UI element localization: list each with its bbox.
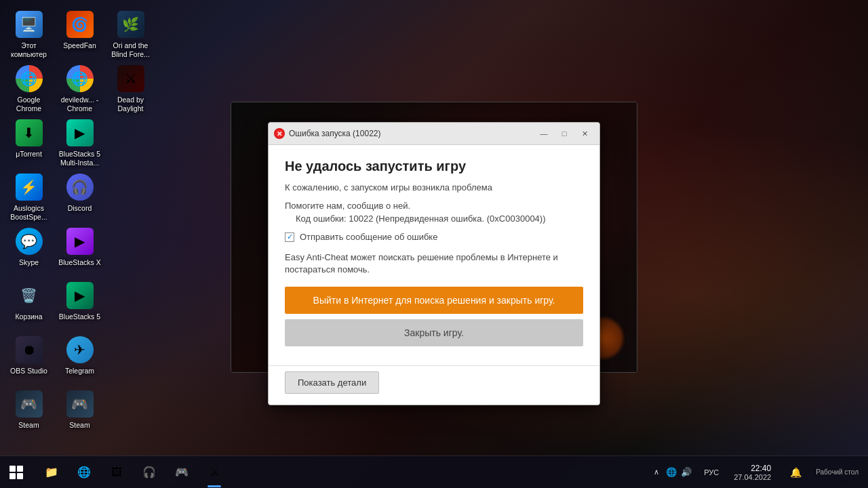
chrome-icon: 🌐 xyxy=(16,65,43,92)
skype-icon: 💬 xyxy=(16,228,43,255)
utorrent-label: μTorrent xyxy=(16,150,42,159)
desktop-icon-bluestacks5[interactable]: ▶BlueStacks 5 Multi-Insta... xyxy=(54,115,105,169)
steam-icon: 🎮 xyxy=(16,390,43,418)
steam2-label: Steam xyxy=(69,421,90,430)
taskbar: 📁🌐🖼🎧🎮⚔ ∧ 🌐 🔊 РУС 22:40 27.04.2022 🔔 Рабо… xyxy=(0,455,868,488)
windows-logo xyxy=(9,466,23,479)
dbd-label: Dead by Daylight xyxy=(108,96,153,113)
win-square-4 xyxy=(17,473,23,479)
dialog-main-title: Не удалось запустить игру xyxy=(285,159,583,174)
dialog-titlebar: ✕ Ошибка запуска (10022) — □ ✕ xyxy=(269,123,599,145)
taskbar-app-discord[interactable]: 🎧 xyxy=(133,456,165,489)
desktop-icon-discord[interactable]: 🎧Discord xyxy=(54,169,105,224)
dialog-footer: Показать детали xyxy=(269,365,599,405)
desktop-icon-utorrent[interactable]: ⬇μTorrent xyxy=(3,115,54,169)
computer-icon: 🖥️ xyxy=(16,11,43,38)
checkbox-label: Отправить сообщение об ошибке xyxy=(300,232,437,242)
taskbar-app-file-explorer[interactable]: 📁 xyxy=(35,456,68,489)
speedfan-label: SpeedFan xyxy=(63,41,96,50)
dbd-icon: ⚔ xyxy=(117,65,144,92)
discord-icon: 🎧 xyxy=(66,174,94,201)
computer-label: Этот компьютер xyxy=(6,41,52,59)
close-game-button[interactable]: Закрыть игру. xyxy=(285,319,583,346)
taskbar-chrome-icon: 🌐 xyxy=(75,463,94,482)
dialog-error-code: Код ошибки: 10022 (Непредвиденная ошибка… xyxy=(296,214,583,224)
show-desktop-button[interactable]: Рабочий стол xyxy=(812,466,863,479)
bluestacks5-icon: ▶ xyxy=(66,119,94,146)
steam-label: Steam xyxy=(18,421,39,430)
desktop-icon-ori[interactable]: 🌿Ori and the Blind Fore... xyxy=(105,7,156,61)
auslogics-label: Auslogics BoostSpe... xyxy=(6,204,52,222)
telegram-label: Telegram xyxy=(65,367,94,375)
steam2-icon: 🎮 xyxy=(66,390,94,418)
taskbar-file-explorer-icon: 📁 xyxy=(42,463,61,482)
desktop-icon-obs[interactable]: ⏺OBS Studio xyxy=(3,332,54,386)
start-button[interactable] xyxy=(0,456,33,489)
desktop-icon-recycle[interactable]: 🗑️Корзина xyxy=(3,278,54,332)
dialog-subtitle: К сожалению, с запуском игры возникла пр… xyxy=(285,182,583,192)
dialog-minimize-button[interactable]: — xyxy=(534,127,553,140)
clock[interactable]: 22:40 27.04.2022 xyxy=(726,464,779,481)
taskbar-app-chrome[interactable]: 🌐 xyxy=(68,456,100,489)
taskbar-photos-icon: 🖼 xyxy=(107,463,126,482)
show-details-button[interactable]: Показать детали xyxy=(285,371,379,394)
ori-label: Ori and the Blind Fore... xyxy=(108,41,153,59)
tray-icons: 🌐 🔊 xyxy=(666,467,692,477)
taskbar-app-steam[interactable]: 🎮 xyxy=(165,456,198,489)
dialog-close-button[interactable]: ✕ xyxy=(575,127,594,140)
skype-label: Skype xyxy=(19,258,39,267)
win-square-3 xyxy=(9,473,16,479)
taskbar-tray: ∧ 🌐 🔊 РУС 22:40 27.04.2022 🔔 Рабочий сто… xyxy=(644,456,868,489)
bluestacks5b-icon: ▶ xyxy=(66,282,94,309)
deviled-label: deviledw... - Chrome xyxy=(57,96,102,113)
auslogics-icon: ⚡ xyxy=(16,174,43,201)
dialog-controls: — □ ✕ xyxy=(534,127,594,140)
deviled-icon: 🌐 xyxy=(66,65,94,92)
speedfan-icon: 🌀 xyxy=(66,11,94,38)
notification-button[interactable]: 🔔 xyxy=(782,456,809,489)
dialog-maximize-button[interactable]: □ xyxy=(555,127,574,140)
ori-icon: 🌿 xyxy=(117,11,144,38)
desktop-icon-steam2[interactable]: 🎮Steam xyxy=(54,386,105,441)
desktop-icon-auslogics[interactable]: ⚡Auslogics BoostSpe... xyxy=(3,169,54,224)
taskbar-discord-icon: 🎧 xyxy=(140,463,159,482)
desktop-icon-telegram[interactable]: ✈Telegram xyxy=(54,332,105,386)
taskbar-apps: 📁🌐🖼🎧🎮⚔ xyxy=(33,456,644,489)
desktop-icon-bluestacks5b[interactable]: ▶BlueStacks 5 xyxy=(54,278,105,332)
desktop: 🖥️Этот компьютер🌐Google Chrome⬇μTorrent⚡… xyxy=(0,0,868,488)
utorrent-icon: ⬇ xyxy=(16,119,43,146)
tray-volume-icon[interactable]: 🔊 xyxy=(681,467,692,477)
dialog-help-text: Помогите нам, сообщив о ней. xyxy=(285,201,583,211)
desktop-icon-bluestacksx[interactable]: ▶BlueStacks X xyxy=(54,224,105,278)
bluestacksx-icon: ▶ xyxy=(66,228,94,255)
dialog-checkbox-row[interactable]: ✓ Отправить сообщение об ошибке xyxy=(285,232,583,242)
win-square-1 xyxy=(9,466,16,472)
desktop-icon-dbd[interactable]: ⚔Dead by Daylight xyxy=(105,61,156,115)
recycle-icon: 🗑️ xyxy=(16,282,43,309)
discord-label: Discord xyxy=(68,204,92,213)
dialog-info-text: Easy Anti-Cheat может поискать решение п… xyxy=(285,251,583,276)
taskbar-steam-icon: 🎮 xyxy=(172,463,191,482)
desktop-icon-deviled[interactable]: 🌐deviledw... - Chrome xyxy=(54,61,105,115)
online-search-button[interactable]: Выйти в Интернет для поиска решения и за… xyxy=(285,287,583,314)
desktop-icon-steam[interactable]: 🎮Steam xyxy=(3,386,54,441)
clock-date: 27.04.2022 xyxy=(734,473,771,481)
desktop-icons: 🖥️Этот компьютер🌐Google Chrome⬇μTorrent⚡… xyxy=(3,7,261,441)
tray-language[interactable]: РУС xyxy=(700,466,723,479)
obs-icon: ⏺ xyxy=(16,336,43,363)
recycle-label: Корзина xyxy=(16,312,43,321)
desktop-icon-speedfan[interactable]: 🌀SpeedFan xyxy=(54,7,105,61)
dialog-body: Не удалось запустить игру К сожалению, с… xyxy=(269,145,599,365)
clock-time: 22:40 xyxy=(751,464,771,473)
tray-network-icon[interactable]: 🌐 xyxy=(666,467,677,477)
dialog-title-text: Ошибка запуска (10022) xyxy=(289,129,380,138)
desktop-icon-computer[interactable]: 🖥️Этот компьютер xyxy=(3,7,54,61)
telegram-icon: ✈ xyxy=(66,336,94,363)
taskbar-app-dbd[interactable]: ⚔ xyxy=(198,456,231,489)
taskbar-app-photos[interactable]: 🖼 xyxy=(100,456,133,489)
desktop-icon-chrome[interactable]: 🌐Google Chrome xyxy=(3,61,54,115)
obs-label: OBS Studio xyxy=(10,367,47,375)
desktop-icon-skype[interactable]: 💬Skype xyxy=(3,224,54,278)
error-report-checkbox[interactable]: ✓ xyxy=(285,232,294,242)
tray-expand[interactable]: ∧ xyxy=(650,465,663,479)
